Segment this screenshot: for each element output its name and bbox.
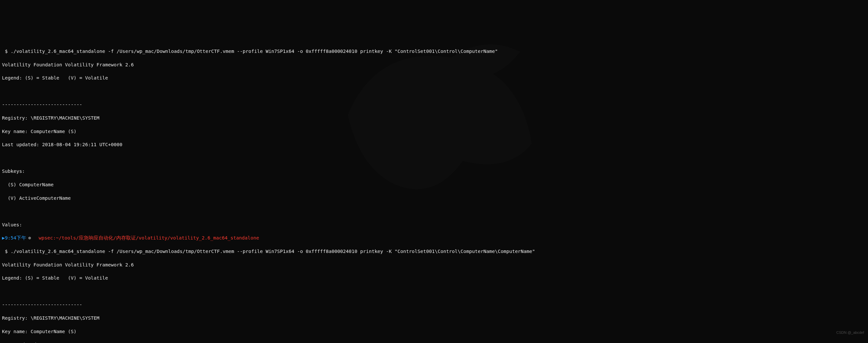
values-header: Values: (2, 222, 866, 228)
prompt-dollar: $ (2, 49, 10, 54)
separator-line: ---------------------------- (2, 101, 866, 108)
output-line: Legend: (S) = Stable (V) = Volatile (2, 75, 866, 81)
output-line: Legend: (S) = Stable (V) = Volatile (2, 275, 866, 281)
keyname-line: Key name: ComputerName (S) (2, 128, 866, 135)
lastupdated-line: Last updated: 2018-08-04 19:26:11 UTC+00… (2, 141, 866, 148)
subkey-line: (S) ComputerName (2, 181, 866, 188)
prompt-user: wpsec: (39, 235, 56, 240)
prompt-time: 9:54下午 (5, 235, 26, 240)
registry-line: Registry: \REGISTRY\MACHINE\SYSTEM (2, 115, 866, 121)
output-line: Volatility Foundation Volatility Framewo… (2, 61, 866, 68)
subkey-line: (V) ActiveComputerName (2, 195, 866, 201)
registry-line: Registry: \REGISTRY\MACHINE\SYSTEM (2, 315, 866, 321)
clock-icon: ⊕ (28, 235, 31, 240)
lastupdated-line: Last updated: 2018-06-02 19:23:00 UTC+00… (2, 341, 866, 343)
blank-line (2, 155, 866, 161)
blank-line (2, 288, 866, 295)
terminal-output[interactable]: $ ./volatility_2.6_mac64_standalone -f /… (2, 41, 866, 343)
output-line: Volatility Foundation Volatility Framewo… (2, 261, 866, 268)
subkeys-header: Subkeys: (2, 168, 866, 174)
separator-line: ---------------------------- (2, 301, 866, 308)
command-text: ./volatility_2.6_mac64_standalone -f /Us… (10, 49, 498, 54)
blank-line (2, 88, 866, 95)
blank-line (2, 208, 866, 215)
prompt-line: ▶9:54下午⊕ wpsec:~/tools/应急响应自动化/内存取证/vola… (2, 235, 866, 241)
keyname-line: Key name: ComputerName (S) (2, 328, 866, 335)
prompt-dollar: $ (2, 249, 10, 254)
prompt-arrow-icon: ▶ (2, 235, 5, 240)
command-text: ./volatility_2.6_mac64_standalone -f /Us… (10, 249, 535, 254)
prompt-path: ~/tools/应急响应自动化/内存取证/volatility/volatili… (56, 235, 259, 240)
